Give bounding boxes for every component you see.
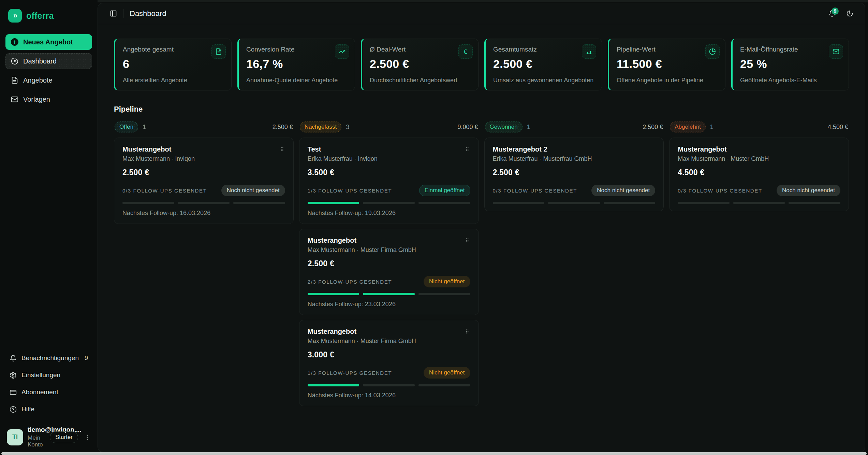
pipeline-title: Pipeline xyxy=(114,105,849,114)
deal-title: Musterangebot xyxy=(122,145,171,153)
deal-card[interactable]: Musterangebot 2 Erika Musterfrau · Muste… xyxy=(484,138,664,211)
account-email: tiemo@inviqon.... xyxy=(28,426,45,433)
plan-badge: Starter xyxy=(50,431,78,443)
stat-card-gesamtumsatz: Gesamtumsatz 2.500 € Umsatz aus gewonnen… xyxy=(484,39,602,90)
topbar-divider xyxy=(123,9,123,18)
deal-card[interactable]: Musterangebot Max Mustermann · Muster Fi… xyxy=(299,229,479,315)
stat-description: Geöffnete Angebots-E-Mails xyxy=(740,77,841,84)
followup-progress xyxy=(308,293,470,295)
plus-circle-icon: + xyxy=(11,38,18,46)
stat-value: 16,7 % xyxy=(246,57,347,71)
deal-title: Test xyxy=(308,145,321,153)
pipeline-column-gewonnen: Gewonnen 1 2.500 € Musterangebot 2 Erika… xyxy=(484,121,664,211)
mail-icon xyxy=(11,96,18,103)
pipeline-column-nachgefasst: Nachgefasst 3 9.000 € Test Erika xyxy=(299,121,479,406)
deal-card[interactable]: Musterangebot Max Mustermann · Muster Fi… xyxy=(299,320,479,406)
sidebar: » offerra + Neues Angebot Dashboard Ange… xyxy=(0,0,98,455)
deal-contact: Max Mustermann · inviqon xyxy=(122,155,285,162)
file-icon xyxy=(11,76,18,84)
footer-label: Benachrichtigungen xyxy=(21,354,79,362)
dashboard-content: Angebote gesamt 6 Alle erstellten Angebo… xyxy=(98,24,865,452)
deal-card[interactable]: Musterangebot Max Mustermann · Muster Gm… xyxy=(669,138,849,211)
sidebar-nav: + Neues Angebot Dashboard Angebote Vorl xyxy=(5,34,92,107)
deal-card[interactable]: Test Erika Musterfrau · inviqon 3.500 € … xyxy=(299,138,479,224)
topbar-actions: 9 xyxy=(825,7,856,20)
deal-contact: Erika Musterfrau · inviqon xyxy=(308,155,470,162)
stat-label: E-Mail-Öffnungsrate xyxy=(740,46,841,53)
deal-contact: Max Mustermann · Muster Firma GmbH xyxy=(308,338,470,345)
column-count: 1 xyxy=(710,124,713,131)
brand-logo-icon: » xyxy=(8,9,22,23)
drag-handle-icon[interactable] xyxy=(464,146,470,152)
deal-card[interactable]: Musterangebot Max Mustermann · inviqon 2… xyxy=(114,138,294,224)
account-row[interactable]: TI tiemo@inviqon.... Mein Konto Starter xyxy=(5,424,92,449)
column-count: 3 xyxy=(346,124,349,131)
stat-description: Annahme-Quote deiner Angebote xyxy=(246,77,347,84)
stat-card-pipeline-wert: Pipeline-Wert 11.500 € Offene Angebote i… xyxy=(608,39,725,90)
brand[interactable]: » offerra xyxy=(5,9,92,23)
sidebar-item-dashboard[interactable]: Dashboard xyxy=(5,53,92,69)
drag-handle-icon[interactable] xyxy=(464,237,470,243)
sidebar-item-abonnement[interactable]: Abonnement xyxy=(5,385,92,399)
followups-label: 0/3 FOLLOW-UPS GESENDET xyxy=(493,188,577,194)
deal-contact: Max Mustermann · Muster GmbH xyxy=(678,155,840,162)
status-badge: Noch nicht gesendet xyxy=(221,185,285,196)
stat-description: Offene Angebote in der Pipeline xyxy=(617,77,718,84)
deal-amount: 2.500 € xyxy=(122,168,285,177)
pipeline-column-offen: Offen 1 2.500 € Musterangebot Max xyxy=(114,121,294,224)
notifications-button[interactable]: 9 xyxy=(825,7,838,20)
column-header: Gewonnen 1 2.500 € xyxy=(484,121,664,133)
deal-title: Musterangebot xyxy=(678,145,726,153)
footer-label: Abonnement xyxy=(21,388,58,396)
drag-handle-icon[interactable] xyxy=(279,146,285,152)
notifications-badge: 9 xyxy=(832,8,839,15)
stat-card-deal-wert: Ø Deal-Wert 2.500 € Durchschnittlicher A… xyxy=(361,39,479,90)
deal-amount: 4.500 € xyxy=(678,168,840,177)
column-total: 4.500 € xyxy=(828,124,848,131)
deal-amount: 3.500 € xyxy=(308,168,470,177)
status-badge: Noch nicht gesendet xyxy=(591,185,655,196)
sidebar-item-benachrichtigungen[interactable]: Benachrichtigungen 9 xyxy=(5,351,92,365)
sidebar-item-angebote[interactable]: Angebote xyxy=(5,72,92,88)
horizontal-scrollbar[interactable] xyxy=(1,452,867,455)
pipeline-column-abgelehnt: Abgelehnt 1 4.500 € Musterangebot Max Mu… xyxy=(669,121,849,211)
avatar: TI xyxy=(7,429,23,445)
deal-amount: 2.500 € xyxy=(493,168,656,177)
stat-description: Alle erstellten Angebote xyxy=(123,77,224,84)
stat-label: Conversion Rate xyxy=(246,46,347,53)
app-root: » offerra + Neues Angebot Dashboard Ange… xyxy=(0,0,868,455)
theme-toggle-button[interactable] xyxy=(843,7,856,20)
sidebar-item-neues-angebot[interactable]: + Neues Angebot xyxy=(5,34,92,50)
column-header: Offen 1 2.500 € xyxy=(114,121,294,133)
column-count: 1 xyxy=(527,124,530,131)
column-total: 9.000 € xyxy=(457,124,478,131)
stat-label: Ø Deal-Wert xyxy=(370,46,471,53)
dots-vertical-icon xyxy=(84,434,91,441)
mail-icon xyxy=(829,44,843,59)
deal-amount: 3.000 € xyxy=(308,350,470,359)
sidebar-item-vorlagen[interactable]: Vorlagen xyxy=(5,91,92,107)
page-title: Dashboard xyxy=(130,9,166,18)
status-badge: Einmal geöffnet xyxy=(419,185,470,196)
pipeline-board: Offen 1 2.500 € Musterangebot Max xyxy=(114,121,849,406)
drag-handle-icon[interactable] xyxy=(464,328,470,335)
followups-label: 0/3 FOLLOW-UPS GESENDET xyxy=(678,188,762,194)
nav-label: Angebote xyxy=(23,76,53,84)
column-status-badge: Abgelehnt xyxy=(670,122,706,132)
followups-label: 2/3 FOLLOW-UPS GESENDET xyxy=(308,279,392,285)
trending-up-icon xyxy=(335,44,349,59)
column-header: Nachgefasst 3 9.000 € xyxy=(299,121,479,133)
footer-label: Hilfe xyxy=(21,406,34,413)
sidebar-toggle-button[interactable] xyxy=(107,7,120,20)
account-menu-button[interactable] xyxy=(84,434,91,441)
stat-card-email-oeffnungsrate: E-Mail-Öffnungsrate 25 % Geöffnete Angeb… xyxy=(731,39,849,90)
stat-label: Pipeline-Wert xyxy=(617,46,718,53)
followups-label: 1/3 FOLLOW-UPS GESENDET xyxy=(308,188,392,194)
stat-card-conversion-rate: Conversion Rate 16,7 % Annahme-Quote dei… xyxy=(237,39,355,90)
sidebar-item-einstellungen[interactable]: Einstellungen xyxy=(5,368,92,382)
column-status-badge: Gewonnen xyxy=(485,122,523,132)
sidebar-item-hilfe[interactable]: Hilfe xyxy=(5,402,92,416)
next-followup: Nächstes Follow-up: 16.03.2026 xyxy=(122,210,285,217)
gauge-icon xyxy=(11,57,18,65)
main-panel: Dashboard 9 Angebote gesamt 6 xyxy=(98,3,865,452)
